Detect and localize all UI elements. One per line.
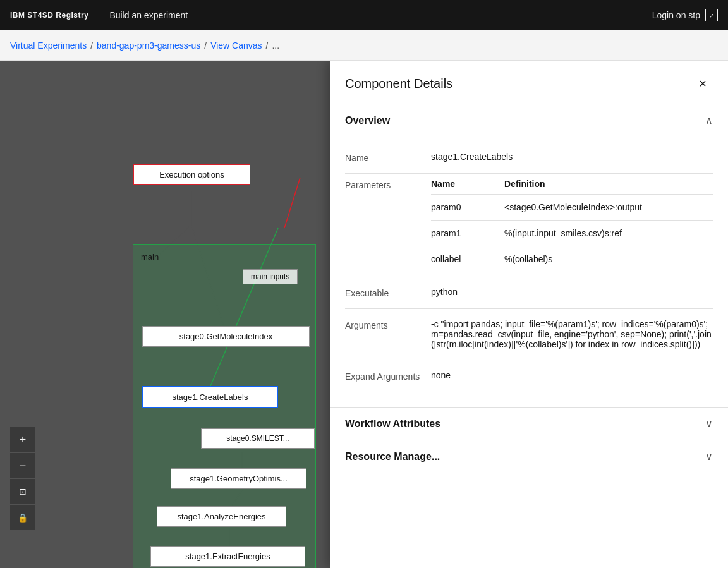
parameters-table: Name Definition param0 <stage0.GetMolecu… <box>431 179 713 272</box>
breadcrumb-sep-3: / <box>266 40 269 51</box>
workflow-attributes-header[interactable]: Workflow Attributes ∨ <box>330 408 728 440</box>
ibm-logo: IBM ST4SD Registry <box>10 11 88 20</box>
component-details-panel: Component Details × Overview ∧ Name stag… <box>330 61 728 568</box>
collabel-row: collabel %(collabel)s <box>431 246 713 272</box>
panel-close-button[interactable]: × <box>693 73 713 94</box>
param1-name: param1 <box>431 228 494 238</box>
name-field-label: Name <box>345 152 421 163</box>
zoom-in-button[interactable]: + <box>10 427 35 452</box>
lock-icon: 🔒 <box>18 513 28 523</box>
arguments-label: Arguments <box>345 319 421 330</box>
overview-section-header[interactable]: Overview ∧ <box>330 104 728 136</box>
param0-def: <stage0.GetMoleculeIndex>:output <box>504 202 713 212</box>
overview-section-title: Overview <box>345 115 390 126</box>
expand-arguments-field-row: Expand Arguments none <box>345 360 713 392</box>
name-field-row: Name stage1.CreateLabels <box>345 142 713 174</box>
panel-title: Component Details <box>345 76 452 91</box>
main-inputs-node[interactable]: main inputs <box>243 269 298 284</box>
resource-manager-header[interactable]: Resource Manage... ∨ <box>330 440 728 473</box>
collabel-def: %(collabel)s <box>504 254 713 264</box>
nav-divider <box>99 8 99 23</box>
executable-field-row: Executable python <box>345 277 713 309</box>
executable-value: python <box>431 287 713 297</box>
parameters-label: Parameters <box>345 179 421 190</box>
arguments-value: -c "import pandas; input_file='%(param1)… <box>431 319 713 349</box>
breadcrumb-virtual-experiments[interactable]: Virtual Experiments <box>10 40 87 51</box>
main-group-label: main <box>141 252 159 262</box>
canvas-controls: + − ⊡ 🔒 <box>10 427 35 530</box>
params-table-header: Name Definition <box>431 179 713 195</box>
overview-chevron-icon: ∧ <box>705 114 713 126</box>
stage1-analyzeenergies-node[interactable]: stage1.AnalyzeEnergies <box>157 506 286 527</box>
parameters-row: Parameters Name Definition param0 <stage… <box>345 174 713 277</box>
login-text: Login on stp <box>652 10 700 20</box>
fit-button[interactable]: ⊡ <box>10 479 35 504</box>
overview-section-content: Name stage1.CreateLabels Parameters Name… <box>330 136 728 407</box>
param1-def: %(input.input_smiles.csv)s:ref <box>504 228 713 238</box>
resource-manager-title: Resource Manage... <box>345 451 440 462</box>
stage0-smilesT-node[interactable]: stage0.SMILESТ... <box>201 428 315 449</box>
expand-arguments-value: none <box>431 370 713 380</box>
login-area: Login on stp ↗ <box>652 9 718 21</box>
params-header-def: Definition <box>504 179 713 189</box>
expand-arguments-label: Expand Arguments <box>345 370 421 382</box>
breadcrumb-view-canvas[interactable]: View Canvas <box>210 40 262 51</box>
collabel-name: collabel <box>431 254 494 264</box>
panel-header: Component Details × <box>330 61 728 104</box>
workflow-attributes-section: Workflow Attributes ∨ <box>330 408 728 440</box>
executable-label: Executable <box>345 287 421 298</box>
zoom-out-button[interactable]: − <box>10 453 35 478</box>
breadcrumb: Virtual Experiments / band-gap-pm3-games… <box>0 30 728 61</box>
name-field-value: stage1.CreateLabels <box>431 152 713 162</box>
workflow-attributes-chevron-icon: ∨ <box>705 418 713 430</box>
panel-body[interactable]: Overview ∧ Name stage1.CreateLabels Para… <box>330 104 728 568</box>
param0-name: param0 <box>431 202 494 212</box>
breadcrumb-sep-1: / <box>90 40 93 51</box>
top-navigation: IBM ST4SD Registry Build an experiment L… <box>0 0 728 30</box>
canvas-area: main main inputs Execution options stage… <box>0 61 728 568</box>
stage1-geometryoptimis-node[interactable]: stage1.GeometryOptimis... <box>171 468 306 489</box>
param1-row: param1 %(input.input_smiles.csv)s:ref <box>431 221 713 246</box>
stage1-extractenergies-node[interactable]: stage1.ExtractEnergies <box>150 546 305 567</box>
stage0-getmoleculeindex-node[interactable]: stage0.GetMoleculeIndex <box>142 326 310 347</box>
fit-icon: ⊡ <box>19 486 27 497</box>
overview-section: Overview ∧ Name stage1.CreateLabels Para… <box>330 104 728 408</box>
svg-line-4 <box>284 178 300 228</box>
execution-options-node[interactable]: Execution options <box>133 164 250 185</box>
param0-row: param0 <stage0.GetMoleculeIndex>:output <box>431 195 713 221</box>
breadcrumb-current: ... <box>272 40 279 51</box>
resource-manager-chevron-icon: ∨ <box>705 450 713 462</box>
resource-manager-section: Resource Manage... ∨ <box>330 440 728 473</box>
workflow-attributes-title: Workflow Attributes <box>345 418 440 430</box>
external-link-icon[interactable]: ↗ <box>705 9 718 21</box>
build-experiment-link[interactable]: Build an experiment <box>109 10 188 20</box>
params-header-name: Name <box>431 179 494 189</box>
stage1-createlabels-node[interactable]: stage1.CreateLabels <box>142 386 278 408</box>
breadcrumb-sep-2: / <box>204 40 207 51</box>
lock-button[interactable]: 🔒 <box>10 505 35 530</box>
breadcrumb-band-gap[interactable]: band-gap-pm3-gamess-us <box>97 40 200 51</box>
arguments-field-row: Arguments -c "import pandas; input_file=… <box>345 309 713 360</box>
